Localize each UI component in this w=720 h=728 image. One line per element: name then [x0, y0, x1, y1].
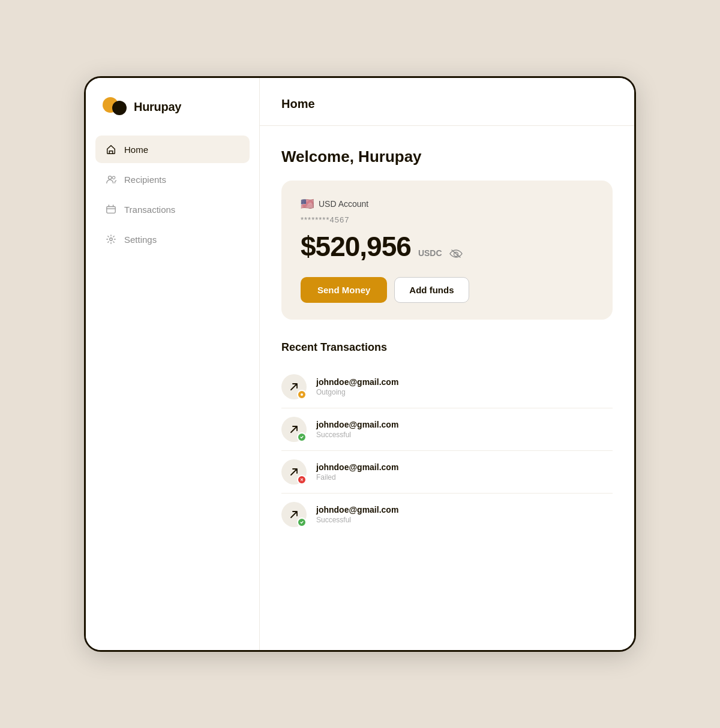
page-title: Home: [281, 97, 613, 111]
txn-details: johndoe@gmail.com Outgoing: [316, 377, 613, 396]
svg-point-5: [301, 393, 303, 396]
transaction-item: johndoe@gmail.com Successful: [281, 494, 613, 536]
svg-point-0: [109, 176, 112, 179]
transaction-item: johndoe@gmail.com Outgoing: [281, 366, 613, 408]
add-funds-button[interactable]: Add funds: [394, 277, 469, 303]
sidebar-item-recipients[interactable]: Recipients: [95, 166, 250, 193]
txn-status-failed-icon: [297, 475, 307, 485]
home-icon: [105, 143, 117, 155]
recent-transactions-section: Recent Transactions: [281, 341, 613, 536]
account-currency-label: USD Account: [319, 199, 368, 209]
welcome-message: Welcome, Hurupay: [281, 148, 613, 166]
sidebar-label-home: Home: [124, 145, 148, 155]
balance-currency-code: USDC: [418, 248, 442, 258]
logo-icon: [103, 97, 129, 116]
txn-icon-wrap: [281, 374, 307, 399]
sidebar-label-settings: Settings: [124, 234, 157, 245]
logo-area: Hurupay: [86, 97, 259, 136]
transaction-item: johndoe@gmail.com Successful: [281, 408, 613, 451]
settings-icon: [105, 233, 117, 245]
sidebar-label-recipients: Recipients: [124, 175, 166, 185]
balance-card: 🇺🇸 USD Account ********4567 $520,956 USD…: [281, 181, 613, 320]
app-name: Hurupay: [134, 100, 181, 114]
txn-details: johndoe@gmail.com Successful: [316, 420, 613, 439]
device-frame: Hurupay Home: [84, 76, 636, 652]
logo-circle-dark: [112, 101, 127, 115]
transaction-item: johndoe@gmail.com Failed: [281, 451, 613, 494]
txn-status-success-icon: [297, 432, 307, 442]
svg-rect-2: [107, 207, 115, 213]
toggle-balance-icon[interactable]: [449, 249, 463, 258]
recent-transactions-title: Recent Transactions: [281, 341, 613, 354]
transactions-list: johndoe@gmail.com Outgoing: [281, 366, 613, 536]
transactions-icon: [105, 203, 117, 215]
account-number: ********4567: [301, 215, 593, 224]
txn-email: johndoe@gmail.com: [316, 462, 613, 472]
txn-status-success-icon: [297, 518, 307, 527]
txn-details: johndoe@gmail.com Failed: [316, 462, 613, 482]
sidebar-item-home[interactable]: Home: [95, 136, 250, 163]
flag-icon: 🇺🇸: [301, 197, 314, 210]
card-actions: Send Money Add funds: [301, 277, 593, 303]
txn-email: johndoe@gmail.com: [316, 377, 613, 387]
sidebar: Hurupay Home: [86, 78, 260, 650]
sidebar-item-settings[interactable]: Settings: [95, 225, 250, 253]
txn-icon-wrap: [281, 417, 307, 442]
txn-email: johndoe@gmail.com: [316, 505, 613, 515]
txn-icon-wrap: [281, 502, 307, 527]
sidebar-item-transactions[interactable]: Transactions: [95, 195, 250, 223]
balance-amount: $520,956: [301, 230, 411, 263]
txn-status-pending-icon: [297, 390, 307, 399]
main-body: Welcome, Hurupay 🇺🇸 USD Account ********…: [260, 126, 634, 650]
nav-menu: Home Recipients: [86, 136, 259, 253]
account-label: 🇺🇸 USD Account: [301, 197, 593, 210]
txn-email: johndoe@gmail.com: [316, 420, 613, 429]
svg-point-3: [110, 238, 113, 241]
txn-icon-wrap: [281, 459, 307, 485]
sidebar-label-transactions: Transactions: [124, 204, 175, 215]
balance-row: $520,956 USDC: [301, 230, 593, 263]
send-money-button[interactable]: Send Money: [301, 277, 387, 303]
txn-status: Successful: [316, 516, 613, 524]
svg-point-1: [112, 176, 115, 179]
main-header: Home: [260, 78, 634, 126]
txn-status: Failed: [316, 473, 613, 482]
txn-status: Successful: [316, 431, 613, 439]
txn-details: johndoe@gmail.com Successful: [316, 505, 613, 524]
main-content: Home Welcome, Hurupay 🇺🇸 USD Account ***…: [260, 78, 634, 650]
recipients-icon: [105, 173, 117, 185]
txn-status: Outgoing: [316, 388, 613, 396]
